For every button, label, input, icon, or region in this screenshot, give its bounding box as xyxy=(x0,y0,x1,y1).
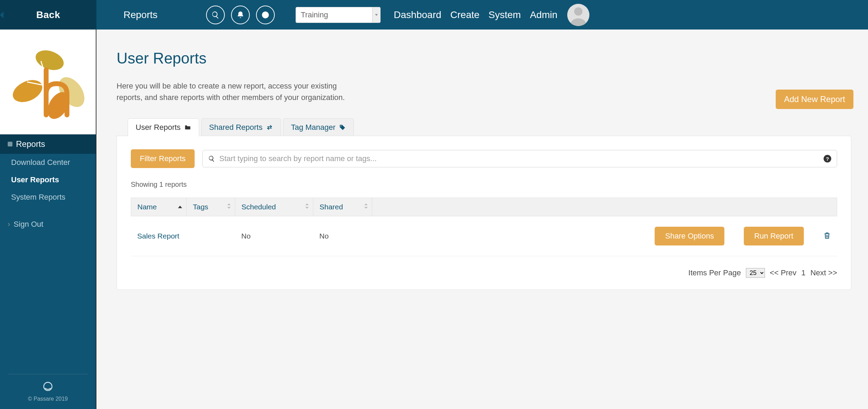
sort-asc-icon xyxy=(178,206,182,208)
report-icon xyxy=(7,141,13,147)
sidebar-signout[interactable]: Sign Out xyxy=(0,216,96,233)
next-page[interactable]: Next >> xyxy=(810,268,837,277)
search-input[interactable] xyxy=(219,154,819,163)
tab-tag-manager[interactable]: Tag Manager xyxy=(283,118,354,136)
showing-count: Showing 1 reports xyxy=(131,181,837,189)
col-name[interactable]: Name xyxy=(131,198,187,216)
nav-create[interactable]: Create xyxy=(450,9,479,20)
report-name-link[interactable]: Sales Report xyxy=(137,232,179,240)
tag-icon xyxy=(339,124,346,131)
filter-reports-button[interactable]: Filter Reports xyxy=(131,149,195,168)
search-field[interactable]: ? xyxy=(202,150,837,167)
col-actions: . xyxy=(372,198,837,216)
run-report-button[interactable]: Run Report xyxy=(744,227,804,245)
svg-point-2 xyxy=(33,47,67,74)
sidebar-item-download-center[interactable]: Download Center xyxy=(0,154,96,171)
col-shared[interactable]: Shared xyxy=(313,198,372,216)
exchange-icon xyxy=(266,124,273,131)
passare-logo-icon xyxy=(42,381,54,392)
header-icon-group xyxy=(206,6,275,24)
add-new-report-button[interactable]: Add New Report xyxy=(776,90,853,109)
nav-dashboard[interactable]: Dashboard xyxy=(394,9,441,20)
page-title: User Reports xyxy=(117,50,851,67)
reports-card: Filter Reports ? Showing 1 reports Name xyxy=(117,136,851,290)
tab-label: User Reports xyxy=(136,123,181,132)
tab-label: Shared Reports xyxy=(209,123,263,132)
items-per-page-select[interactable]: 25 xyxy=(746,268,765,278)
prev-page[interactable]: << Prev xyxy=(770,268,797,277)
table-row: Sales Report No No Share Options Run Rep… xyxy=(131,216,837,256)
page-description: Here you will be able to create a new re… xyxy=(117,80,359,103)
sidebar-item-system-reports[interactable]: System Reports xyxy=(0,189,96,206)
sidebar-section-reports[interactable]: Reports xyxy=(0,134,96,154)
main-content: User Reports Here you will be able to cr… xyxy=(96,30,868,409)
signout-label: Sign Out xyxy=(14,220,43,229)
svg-point-7 xyxy=(341,126,342,127)
col-scheduled[interactable]: Scheduled xyxy=(235,198,313,216)
chevron-down-icon xyxy=(375,14,378,16)
brand-logo xyxy=(0,30,96,134)
copyright: © Passare 2019 xyxy=(3,396,92,402)
svg-point-1 xyxy=(9,76,46,107)
topbar: Back Reports Training Dashboard Create S… xyxy=(0,0,868,30)
help-icon[interactable]: ? xyxy=(824,155,831,162)
cell-scheduled: No xyxy=(235,216,313,256)
folder-icon xyxy=(184,124,191,131)
share-options-button[interactable]: Share Options xyxy=(655,227,724,245)
sidebar-item-user-reports[interactable]: User Reports xyxy=(0,171,96,189)
bell-icon[interactable] xyxy=(231,6,250,24)
pagination: Items Per Page 25 << Prev 1 Next >> xyxy=(131,268,837,278)
delete-icon[interactable] xyxy=(823,231,831,241)
tabs: User Reports Shared Reports Tag Manager xyxy=(128,118,851,136)
tab-label: Tag Manager xyxy=(291,123,335,132)
cell-shared: No xyxy=(313,216,372,256)
tab-user-reports[interactable]: User Reports xyxy=(128,118,199,136)
back-label: Back xyxy=(36,9,60,20)
top-nav: Dashboard Create System Admin xyxy=(394,9,558,20)
environment-select[interactable]: Training xyxy=(296,7,381,23)
sidebar-footer: © Passare 2019 xyxy=(0,368,96,409)
current-page: 1 xyxy=(801,268,806,277)
items-per-page-label: Items Per Page xyxy=(688,268,741,277)
environment-value: Training xyxy=(301,10,328,19)
nav-system[interactable]: System xyxy=(488,9,521,20)
reports-table: Name Tags Scheduled xyxy=(131,198,837,256)
col-tags[interactable]: Tags xyxy=(187,198,235,216)
sidebar-section-label: Reports xyxy=(16,139,45,149)
search-icon xyxy=(208,155,215,162)
cell-tags xyxy=(187,216,235,256)
clock-icon[interactable] xyxy=(256,6,275,24)
back-button[interactable]: Back xyxy=(0,0,96,30)
header-section-title: Reports xyxy=(124,9,158,20)
nav-admin[interactable]: Admin xyxy=(530,9,557,20)
svg-point-0 xyxy=(574,7,582,16)
tab-shared-reports[interactable]: Shared Reports xyxy=(201,118,281,136)
divider xyxy=(8,374,87,374)
svg-rect-5 xyxy=(8,142,12,147)
search-icon[interactable] xyxy=(206,6,225,24)
sidebar: Reports Download Center User Reports Sys… xyxy=(0,30,96,409)
avatar[interactable] xyxy=(567,4,589,26)
